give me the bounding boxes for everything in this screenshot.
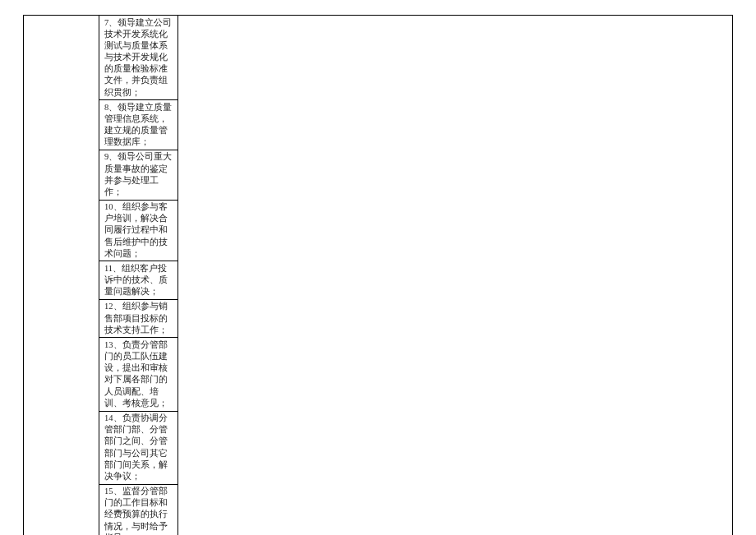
duty-14: 14、负责协调分管部门部、分管部门之间、分管部门与公司其它部门间关系，解决争议； <box>99 411 178 484</box>
duty-15: 15、监督分管部门的工作目标和经费预算的执行情况，与时给予指导； <box>99 484 178 535</box>
main-document-table: 7、领导建立公司技术开发系统化测试与质量体系与技术开发规化的质量检验标准文件，并… <box>23 15 733 535</box>
duty-8: 8、领导建立质量管理信息系统，建立规的质量管理数据库； <box>99 100 178 150</box>
duty-10: 10、组织参与客户培训，解决合同履行过程中和售后维护中的技术问题； <box>99 200 178 261</box>
duty-12: 12、组织参与销售部项目投标的技术支持工作； <box>99 299 178 338</box>
duty-11: 11、组织客户投诉中的技术、质量问题解决； <box>99 261 178 300</box>
duty-7: 7、领导建立公司技术开发系统化测试与质量体系与技术开发规化的质量检验标准文件，并… <box>99 16 178 100</box>
duty-9: 9、领导公司重大质量事故的鉴定并参与处理工作； <box>99 150 178 200</box>
duties-label-col <box>24 16 99 100</box>
duty-13: 13、负责分管部门的员工队伍建设，提出和审核对下属各部门的人员调配、培训、考核意… <box>99 338 178 411</box>
